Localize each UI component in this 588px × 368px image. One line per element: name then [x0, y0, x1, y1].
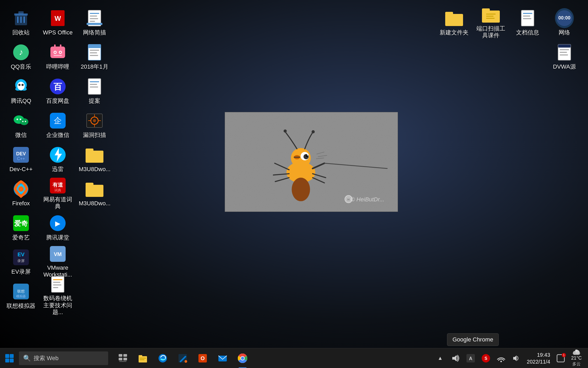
new-folder-label: 新建文件夹: [440, 29, 469, 36]
svg-rect-136: [119, 358, 122, 360]
desktop-icon-baidu[interactable]: 百 百度网盘: [39, 74, 76, 108]
svg-point-145: [185, 360, 187, 363]
vuln-scan-label: 漏洞扫描: [83, 132, 106, 139]
desktop-icon-m3u8-folder2[interactable]: M3U8Dwo...: [76, 176, 113, 210]
notification-icon[interactable]: 1: [554, 351, 568, 365]
search-bar[interactable]: 🔍 搜索 Web: [19, 351, 108, 365]
desktop-icon-m3u8-folder1[interactable]: M3U8Dwo...: [76, 142, 113, 176]
new-folder-icon: [445, 9, 464, 28]
desktop-icon-work-wechat[interactable]: 企 企业微信: [39, 108, 76, 142]
date-text: 2022/11/4: [527, 358, 550, 365]
desktop-icon-tencent-qq[interactable]: 腾讯QQ: [3, 74, 39, 108]
desktop-icon-ev-record[interactable]: EV 录屏 EV录屏: [3, 244, 39, 279]
desktop-icon-dev-cpp[interactable]: DEV C++ Dev-C++: [3, 142, 39, 176]
taskbar-ms-office[interactable]: O: [193, 349, 212, 368]
svg-point-110: [303, 154, 309, 159]
network-icon[interactable]: [494, 351, 508, 365]
m3u8-folder2-icon: [85, 180, 104, 198]
svg-text:© HeiButDr...: © HeiButDr...: [351, 196, 385, 203]
svg-text:VM: VM: [54, 251, 62, 257]
svg-rect-87: [53, 287, 58, 288]
volume-icon[interactable]: [510, 351, 523, 365]
m3u8-folder1-label: M3U8Dwo...: [79, 166, 110, 173]
tray-expand-button[interactable]: ▲: [433, 351, 447, 365]
taskbar-chrome[interactable]: [233, 349, 252, 368]
recycle-bin-icon: [12, 9, 30, 28]
thunder-label: 迅雷: [52, 166, 64, 173]
vmware-icon: VM: [48, 245, 67, 263]
desktop-icon-bilibili[interactable]: 哔哩哔哩: [39, 39, 76, 74]
desktop-icon-new-folder[interactable]: 新建文件夹: [436, 5, 472, 39]
youdao-label: 网易有道词典: [42, 196, 74, 210]
m3u8-folder1-icon: [85, 145, 104, 164]
desktop-icon-vmware[interactable]: VM VMware Workstati...: [39, 244, 76, 279]
svg-rect-93: [486, 16, 494, 17]
svg-rect-85: [53, 282, 60, 283]
svg-point-33: [18, 84, 20, 86]
desktop-icon-youdao[interactable]: 有道 词典 网易有道词典: [39, 176, 76, 210]
svg-rect-84: [53, 279, 62, 280]
iqiyi-label: 爱奇艺: [12, 234, 30, 241]
svg-rect-28: [90, 55, 98, 56]
desktop-icon-doc-info[interactable]: 文档信息: [509, 5, 546, 39]
svg-text:W: W: [55, 14, 61, 22]
system-tray: ▲ A S: [429, 349, 588, 368]
taskbar-draw[interactable]: [173, 349, 192, 368]
taskbar-email[interactable]: [213, 349, 232, 368]
desktop-icon-iqiyi[interactable]: 爱奇 爱奇艺: [3, 210, 39, 244]
desktop-icon-port-scan[interactable]: 端口扫描工具课件: [472, 5, 509, 39]
desktop-icon-firefox[interactable]: Firefox: [3, 176, 39, 210]
taskbar-edge[interactable]: [153, 349, 172, 368]
desktop-icon-doc2018[interactable]: 2018年1月: [76, 39, 113, 74]
doc2018-label: 2018年1月: [81, 63, 108, 70]
svg-point-157: [500, 361, 502, 362]
taskbar-task-view[interactable]: [113, 349, 132, 368]
desktop-icon-wps[interactable]: W WPS Office: [39, 5, 76, 39]
popup-image[interactable]: © HeiButDr... H: [225, 112, 398, 212]
desktop: 回收站 W WPS Office: [0, 0, 588, 352]
svg-rect-16: [50, 47, 65, 58]
svg-text:▶: ▶: [55, 219, 60, 227]
desktop-icon-tencent-class[interactable]: ▶ 腾讯课堂: [39, 210, 76, 244]
svg-rect-131: [10, 354, 14, 358]
desktop-icon-recycle-bin[interactable]: 回收站: [3, 5, 39, 39]
desktop-icon-num-wrap[interactable]: 数码卷绕机主要技术问题...: [39, 279, 76, 313]
weather-condition: 多云: [572, 361, 581, 367]
dvwa-label: DVWA源: [553, 63, 576, 70]
svg-rect-38: [90, 81, 99, 82]
desktop-icon-jianmo[interactable]: 联想 模拟器 联想模拟器: [3, 279, 39, 313]
firefox-icon: [12, 180, 30, 198]
svg-rect-98: [523, 18, 531, 19]
svg-rect-142: [140, 359, 144, 360]
taskbar-file-explorer[interactable]: [133, 349, 152, 368]
start-button[interactable]: [0, 349, 19, 368]
svg-text:百: 百: [54, 82, 62, 91]
tencent-qq-icon: [12, 77, 30, 96]
desktop-icons-left: 回收站 W WPS Office: [0, 0, 116, 352]
desktop-icon-proposal[interactable]: 提案: [76, 74, 113, 108]
input-method-icon[interactable]: A: [464, 351, 477, 365]
desktop-icon-network-brief[interactable]: 网络简描: [76, 5, 113, 39]
sound-icon[interactable]: [449, 351, 462, 365]
svg-point-34: [22, 84, 24, 86]
desktop-icon-dvwa[interactable]: DVWA源: [546, 39, 583, 74]
desktop-icon-thunder[interactable]: 迅雷: [39, 142, 76, 176]
wps-icon: W: [48, 9, 67, 28]
svg-rect-137: [123, 358, 127, 360]
time-date-display[interactable]: 19:43 2022/11/4: [525, 350, 552, 366]
svg-rect-26: [90, 50, 99, 51]
work-wechat-icon: 企: [48, 111, 67, 130]
weather-display[interactable]: 21°C 多云: [569, 349, 584, 368]
desktop-icon-qq-music[interactable]: ♪ QQ音乐: [3, 39, 39, 74]
svg-point-43: [17, 119, 18, 120]
desktop-icon-vuln-scan[interactable]: 漏洞扫描: [76, 108, 113, 142]
sogou-icon[interactable]: S: [479, 351, 493, 365]
ant-character-image: © HeiButDr... H: [225, 112, 398, 212]
dvwa-icon: [555, 43, 574, 62]
baidu-label: 百度网盘: [46, 98, 69, 104]
desktop-icon-wechat[interactable]: 微信: [3, 108, 39, 142]
doc-info-label: 文档信息: [516, 29, 539, 36]
desktop-icon-net-timer[interactable]: 00:00 网络: [546, 5, 583, 39]
svg-point-108: [292, 178, 310, 201]
svg-rect-40: [90, 86, 98, 88]
